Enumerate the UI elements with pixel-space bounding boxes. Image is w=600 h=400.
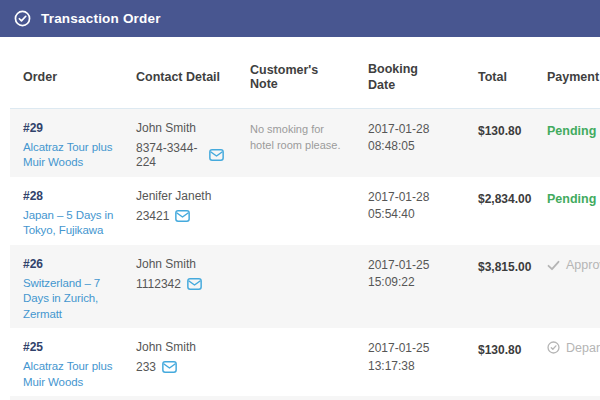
table-row: #26 Switzerland – 7 Days in Zurich, Zerm… xyxy=(10,245,600,329)
check-circle-icon xyxy=(14,10,31,27)
column-header-total: Total xyxy=(465,55,534,108)
order-title-link[interactable]: Alcatraz Tour plus Muir Woods xyxy=(23,140,119,171)
contact-name: John Smith xyxy=(136,257,224,271)
booking-date: 2017-01-28 xyxy=(368,189,452,206)
order-title-link[interactable]: Switzerland – 7 Days in Zurich, Zermatt xyxy=(23,276,119,323)
booking-date: 2017-01-25 xyxy=(368,257,452,274)
booking-date: 2017-01-28 xyxy=(368,121,452,138)
panel-title: Transaction Order xyxy=(41,11,161,26)
contact-number: 233 xyxy=(136,360,156,374)
table-header-row: Order Contact Detail Customer's Note Boo… xyxy=(10,55,600,108)
status-badge: Approved xyxy=(566,258,600,272)
contact-name: Jenifer Janeth xyxy=(136,189,224,203)
table-row: #25 Alcatraz Tour plus Muir Woods John S… xyxy=(10,328,600,396)
order-id: #28 xyxy=(23,189,119,203)
column-header-contact-detail: Contact Detail xyxy=(123,55,237,108)
envelope-icon[interactable] xyxy=(187,278,202,290)
status-badge: Pending xyxy=(547,124,596,138)
status-badge: Pending xyxy=(547,192,596,206)
booking-time: 05:54:40 xyxy=(368,206,452,223)
order-id: #29 xyxy=(23,121,119,135)
booking-date: 2017-01-25 xyxy=(368,340,452,357)
booking-time: 13:17:38 xyxy=(368,358,452,375)
table-row: #24 Thailand – 4 Days in John Smith 2334 xyxy=(10,396,600,400)
order-total: $130.80 xyxy=(478,124,521,138)
column-header-order: Order xyxy=(10,55,123,108)
status-badge: Departed xyxy=(566,341,600,355)
booking-time: 15:09:22 xyxy=(368,274,452,291)
column-header-customers-note: Customer's Note xyxy=(237,55,355,108)
customer-note: No smoking for hotel room please. xyxy=(250,121,342,154)
contact-number: 8374-3344-224 xyxy=(136,141,203,169)
booking-time: 08:48:05 xyxy=(368,138,452,155)
order-total: $3,815.00 xyxy=(478,260,531,274)
check-icon xyxy=(547,260,560,271)
envelope-icon[interactable] xyxy=(175,210,190,222)
table-row: #28 Japan – 5 Days in Tokyo, Fujikawa Je… xyxy=(10,177,600,245)
column-header-payment-status: Payment Status xyxy=(534,55,600,108)
order-total: $130.80 xyxy=(478,343,521,357)
order-title-link[interactable]: Japan – 5 Days in Tokyo, Fujikawa xyxy=(23,208,119,239)
order-id: #25 xyxy=(23,340,119,354)
order-total: $2,834.00 xyxy=(478,192,531,206)
contact-number: 1112342 xyxy=(136,277,181,291)
table-row: #29 Alcatraz Tour plus Muir Woods John S… xyxy=(10,108,600,177)
orders-table: Order Contact Detail Customer's Note Boo… xyxy=(10,55,600,400)
contact-number: 23421 xyxy=(136,209,169,223)
envelope-icon[interactable] xyxy=(162,361,177,373)
contact-name: John Smith xyxy=(136,121,224,135)
order-id: #26 xyxy=(23,257,119,271)
panel-header: Transaction Order xyxy=(0,0,600,37)
contact-name: John Smith xyxy=(136,340,224,354)
circle-check-icon xyxy=(547,341,560,354)
envelope-icon[interactable] xyxy=(209,149,224,161)
column-header-booking-date: Booking Date xyxy=(355,55,465,108)
order-title-link[interactable]: Alcatraz Tour plus Muir Woods xyxy=(23,359,119,390)
